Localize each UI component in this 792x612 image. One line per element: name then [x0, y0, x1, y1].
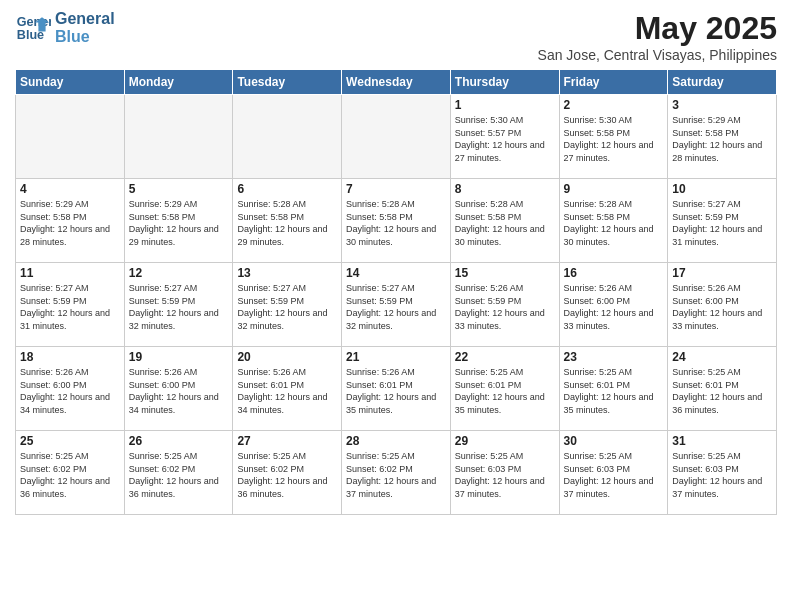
day-info: Sunrise: 5:27 AM Sunset: 5:59 PM Dayligh… [346, 282, 446, 332]
day-info: Sunrise: 5:26 AM Sunset: 6:01 PM Dayligh… [346, 366, 446, 416]
calendar-header-row: SundayMondayTuesdayWednesdayThursdayFrid… [16, 70, 777, 95]
calendar-day-cell: 8Sunrise: 5:28 AM Sunset: 5:58 PM Daylig… [450, 179, 559, 263]
calendar-header-cell: Wednesday [342, 70, 451, 95]
calendar-day-cell: 5Sunrise: 5:29 AM Sunset: 5:58 PM Daylig… [124, 179, 233, 263]
calendar-day-cell: 11Sunrise: 5:27 AM Sunset: 5:59 PM Dayli… [16, 263, 125, 347]
day-info: Sunrise: 5:27 AM Sunset: 5:59 PM Dayligh… [20, 282, 120, 332]
logo: General Blue General Blue [15, 10, 115, 46]
calendar-day-cell: 28Sunrise: 5:25 AM Sunset: 6:02 PM Dayli… [342, 431, 451, 515]
day-number: 27 [237, 434, 337, 448]
logo-icon: General Blue [15, 10, 51, 46]
calendar-header-cell: Monday [124, 70, 233, 95]
day-info: Sunrise: 5:30 AM Sunset: 5:57 PM Dayligh… [455, 114, 555, 164]
calendar-day-cell: 25Sunrise: 5:25 AM Sunset: 6:02 PM Dayli… [16, 431, 125, 515]
calendar-day-cell: 27Sunrise: 5:25 AM Sunset: 6:02 PM Dayli… [233, 431, 342, 515]
day-number: 13 [237, 266, 337, 280]
day-number: 6 [237, 182, 337, 196]
calendar-day-cell: 30Sunrise: 5:25 AM Sunset: 6:03 PM Dayli… [559, 431, 668, 515]
calendar-day-cell: 20Sunrise: 5:26 AM Sunset: 6:01 PM Dayli… [233, 347, 342, 431]
logo-line2: Blue [55, 28, 115, 46]
calendar-day-cell: 12Sunrise: 5:27 AM Sunset: 5:59 PM Dayli… [124, 263, 233, 347]
day-number: 15 [455, 266, 555, 280]
calendar-body: 1Sunrise: 5:30 AM Sunset: 5:57 PM Daylig… [16, 95, 777, 515]
day-number: 8 [455, 182, 555, 196]
day-info: Sunrise: 5:25 AM Sunset: 6:03 PM Dayligh… [564, 450, 664, 500]
calendar-title: May 2025 [538, 10, 777, 47]
calendar-day-cell: 18Sunrise: 5:26 AM Sunset: 6:00 PM Dayli… [16, 347, 125, 431]
day-number: 19 [129, 350, 229, 364]
day-number: 30 [564, 434, 664, 448]
day-info: Sunrise: 5:28 AM Sunset: 5:58 PM Dayligh… [455, 198, 555, 248]
calendar-day-cell: 24Sunrise: 5:25 AM Sunset: 6:01 PM Dayli… [668, 347, 777, 431]
day-info: Sunrise: 5:26 AM Sunset: 6:00 PM Dayligh… [672, 282, 772, 332]
day-number: 5 [129, 182, 229, 196]
calendar-day-cell: 16Sunrise: 5:26 AM Sunset: 6:00 PM Dayli… [559, 263, 668, 347]
day-info: Sunrise: 5:27 AM Sunset: 5:59 PM Dayligh… [129, 282, 229, 332]
day-info: Sunrise: 5:29 AM Sunset: 5:58 PM Dayligh… [20, 198, 120, 248]
day-number: 14 [346, 266, 446, 280]
calendar-week-row: 11Sunrise: 5:27 AM Sunset: 5:59 PM Dayli… [16, 263, 777, 347]
calendar-day-cell: 22Sunrise: 5:25 AM Sunset: 6:01 PM Dayli… [450, 347, 559, 431]
calendar-header-cell: Friday [559, 70, 668, 95]
calendar-day-cell: 23Sunrise: 5:25 AM Sunset: 6:01 PM Dayli… [559, 347, 668, 431]
day-number: 7 [346, 182, 446, 196]
calendar-page: General Blue General Blue May 2025 San J… [0, 0, 792, 612]
day-number: 26 [129, 434, 229, 448]
calendar-header-cell: Thursday [450, 70, 559, 95]
calendar-day-cell: 19Sunrise: 5:26 AM Sunset: 6:00 PM Dayli… [124, 347, 233, 431]
day-info: Sunrise: 5:26 AM Sunset: 6:00 PM Dayligh… [129, 366, 229, 416]
calendar-day-cell [342, 95, 451, 179]
day-info: Sunrise: 5:28 AM Sunset: 5:58 PM Dayligh… [564, 198, 664, 248]
calendar-day-cell: 7Sunrise: 5:28 AM Sunset: 5:58 PM Daylig… [342, 179, 451, 263]
calendar-header-cell: Sunday [16, 70, 125, 95]
calendar-day-cell [124, 95, 233, 179]
calendar-day-cell: 13Sunrise: 5:27 AM Sunset: 5:59 PM Dayli… [233, 263, 342, 347]
calendar-day-cell: 31Sunrise: 5:25 AM Sunset: 6:03 PM Dayli… [668, 431, 777, 515]
calendar-day-cell: 6Sunrise: 5:28 AM Sunset: 5:58 PM Daylig… [233, 179, 342, 263]
calendar-day-cell: 2Sunrise: 5:30 AM Sunset: 5:58 PM Daylig… [559, 95, 668, 179]
calendar-day-cell: 29Sunrise: 5:25 AM Sunset: 6:03 PM Dayli… [450, 431, 559, 515]
day-info: Sunrise: 5:29 AM Sunset: 5:58 PM Dayligh… [672, 114, 772, 164]
day-number: 12 [129, 266, 229, 280]
calendar-header-cell: Tuesday [233, 70, 342, 95]
calendar-day-cell: 4Sunrise: 5:29 AM Sunset: 5:58 PM Daylig… [16, 179, 125, 263]
day-number: 28 [346, 434, 446, 448]
calendar-week-row: 18Sunrise: 5:26 AM Sunset: 6:00 PM Dayli… [16, 347, 777, 431]
day-number: 18 [20, 350, 120, 364]
day-info: Sunrise: 5:25 AM Sunset: 6:01 PM Dayligh… [564, 366, 664, 416]
logo-line1: General [55, 10, 115, 28]
day-number: 11 [20, 266, 120, 280]
calendar-day-cell: 3Sunrise: 5:29 AM Sunset: 5:58 PM Daylig… [668, 95, 777, 179]
calendar-day-cell: 17Sunrise: 5:26 AM Sunset: 6:00 PM Dayli… [668, 263, 777, 347]
day-number: 21 [346, 350, 446, 364]
day-info: Sunrise: 5:25 AM Sunset: 6:02 PM Dayligh… [129, 450, 229, 500]
day-info: Sunrise: 5:26 AM Sunset: 6:01 PM Dayligh… [237, 366, 337, 416]
day-number: 29 [455, 434, 555, 448]
day-info: Sunrise: 5:25 AM Sunset: 6:02 PM Dayligh… [20, 450, 120, 500]
day-number: 25 [20, 434, 120, 448]
day-number: 9 [564, 182, 664, 196]
calendar-day-cell: 21Sunrise: 5:26 AM Sunset: 6:01 PM Dayli… [342, 347, 451, 431]
calendar-day-cell: 1Sunrise: 5:30 AM Sunset: 5:57 PM Daylig… [450, 95, 559, 179]
calendar-week-row: 4Sunrise: 5:29 AM Sunset: 5:58 PM Daylig… [16, 179, 777, 263]
day-number: 16 [564, 266, 664, 280]
day-number: 10 [672, 182, 772, 196]
day-number: 3 [672, 98, 772, 112]
day-info: Sunrise: 5:25 AM Sunset: 6:01 PM Dayligh… [455, 366, 555, 416]
calendar-header-cell: Saturday [668, 70, 777, 95]
day-info: Sunrise: 5:26 AM Sunset: 6:00 PM Dayligh… [20, 366, 120, 416]
day-info: Sunrise: 5:25 AM Sunset: 6:03 PM Dayligh… [455, 450, 555, 500]
calendar-week-row: 25Sunrise: 5:25 AM Sunset: 6:02 PM Dayli… [16, 431, 777, 515]
calendar-subtitle: San Jose, Central Visayas, Philippines [538, 47, 777, 63]
day-info: Sunrise: 5:25 AM Sunset: 6:03 PM Dayligh… [672, 450, 772, 500]
calendar-week-row: 1Sunrise: 5:30 AM Sunset: 5:57 PM Daylig… [16, 95, 777, 179]
day-info: Sunrise: 5:28 AM Sunset: 5:58 PM Dayligh… [237, 198, 337, 248]
day-number: 31 [672, 434, 772, 448]
calendar-day-cell: 10Sunrise: 5:27 AM Sunset: 5:59 PM Dayli… [668, 179, 777, 263]
day-number: 2 [564, 98, 664, 112]
day-number: 22 [455, 350, 555, 364]
calendar-day-cell: 26Sunrise: 5:25 AM Sunset: 6:02 PM Dayli… [124, 431, 233, 515]
day-number: 24 [672, 350, 772, 364]
day-info: Sunrise: 5:25 AM Sunset: 6:02 PM Dayligh… [346, 450, 446, 500]
day-info: Sunrise: 5:28 AM Sunset: 5:58 PM Dayligh… [346, 198, 446, 248]
